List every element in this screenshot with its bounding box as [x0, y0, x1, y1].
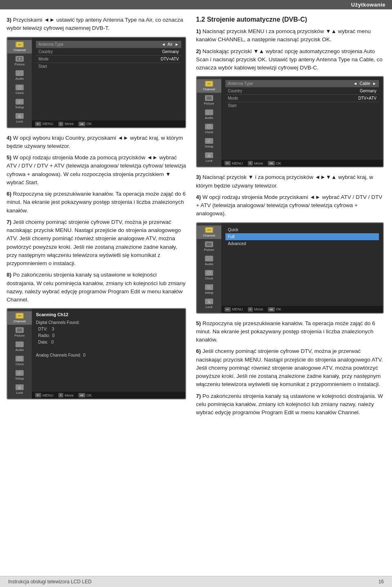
sidebar-label-lock-3: Lock	[16, 391, 23, 395]
tv-bottom-4: ↩ MENU + Move ok OK	[221, 306, 383, 313]
svg-text:♪: ♪	[18, 343, 20, 346]
tv-main-2: Antenna Type ◄ Cable ► Country Germany M…	[221, 77, 383, 160]
svg-rect-31	[208, 301, 210, 303]
sidebar-lock-3: Lock	[7, 383, 32, 396]
sidebar-audio-4: ♪ Audio	[197, 254, 221, 268]
page-footer: Instrukcja obsługi telewizora LCD LED 16	[0, 576, 392, 587]
section-title: 1.2 Strojenie automatyczne (DVB-C)	[196, 16, 384, 23]
channel-icon-2	[205, 81, 213, 87]
tv-bottom-3: ↩ MENU + Move ok OK	[32, 392, 185, 399]
clock-icon-3	[16, 356, 24, 362]
sidebar-label-channel-1: Channel	[13, 48, 26, 52]
picture-icon-3	[16, 327, 24, 333]
svg-text:⚙: ⚙	[207, 139, 210, 143]
right-item-4: 4) W opcji rodzaju strojenia Mode przyci…	[196, 193, 384, 218]
sidebar-picture-3: Picture	[7, 326, 32, 339]
sidebar-channel-2: Channel	[197, 79, 221, 93]
tv-row-start-1: Start	[36, 63, 181, 70]
sidebar-label-audio-1: Audio	[16, 77, 24, 80]
audio-icon-2: ♪	[205, 109, 213, 115]
tv-scan-3: Scanning Ch12 Digital Channels Found: DT…	[32, 309, 185, 392]
right-item-3: 3) Nacisnąć przycisk ▼ i za pomocą przyc…	[196, 173, 384, 190]
clock-icon-2	[205, 124, 213, 129]
option-advanced: Advanced	[225, 240, 379, 247]
tv-sidebar-1: Channel Picture ♪ Audio	[7, 38, 32, 127]
setup-icon-4: ⚙	[205, 284, 213, 290]
audio-icon-4: ♪	[205, 256, 213, 261]
picture-icon-4	[205, 241, 213, 247]
svg-rect-18	[207, 82, 212, 85]
sidebar-setup-3: ⚙ Setup	[7, 368, 32, 382]
clock-icon-1	[16, 85, 24, 90]
option-quick: Quick	[225, 226, 379, 233]
sidebar-lock-4: Lock	[197, 297, 221, 310]
setup-icon-2: ⚙	[205, 138, 213, 144]
svg-rect-26	[207, 243, 212, 246]
sidebar-label-clock-4: Clock	[205, 277, 213, 280]
svg-rect-25	[207, 228, 212, 232]
picture-icon-2	[205, 95, 213, 101]
tv-bottom-1: ↩ MENU + Move ok OK	[32, 121, 185, 127]
sidebar-lock-1: Lock	[7, 112, 32, 125]
svg-rect-24	[208, 155, 210, 157]
sidebar-picture-2: Picture	[197, 94, 221, 107]
tv-row-mode-1: Mode DTV+ATV	[36, 56, 181, 63]
left-item-6: 6) Rozpoczyna się przeszukiwanie kanałów…	[7, 190, 186, 215]
svg-rect-0	[17, 43, 22, 46]
sidebar-label-audio-2: Audio	[205, 116, 213, 120]
sidebar-lock-2: Lock	[197, 151, 221, 164]
svg-point-4	[19, 58, 20, 60]
svg-rect-19	[207, 96, 212, 100]
main-content: 3) Przyciskami ◄► ustawić typ anteny Ant…	[0, 9, 392, 436]
svg-rect-12	[17, 328, 22, 332]
setup-icon-1: ⚙	[16, 99, 24, 105]
sidebar-label-picture-1: Picture	[15, 62, 25, 66]
svg-rect-17	[18, 387, 21, 389]
sidebar-label-setup-1: Setup	[16, 105, 24, 109]
tv-screen-2: Channel Picture ♪ Audio	[196, 76, 384, 167]
sidebar-clock-4: Clock	[197, 268, 221, 282]
sidebar-setup-2: ⚙ Setup	[197, 136, 221, 150]
tv-screen-4: Channel Picture ♪ Audio	[196, 222, 384, 314]
footer-right: 16	[379, 579, 384, 585]
right-column: 1.2 Strojenie automatyczne (DVB-C) 1) Na…	[196, 16, 384, 420]
sidebar-label-setup-3: Setup	[16, 377, 24, 380]
tv-screen-3: Channel Picture ♪ Audio	[7, 308, 186, 400]
left-column: 3) Przyciskami ◄► ustawić typ anteny Ant…	[7, 16, 186, 420]
svg-text:⚙: ⚙	[18, 371, 21, 375]
sidebar-setup-1: ⚙ Setup	[7, 97, 32, 111]
tv-screen-1: Channel Picture ♪ Audio	[7, 37, 186, 128]
sidebar-clock-2: Clock	[197, 122, 221, 136]
header-title: Użytkowanie	[351, 2, 385, 8]
tv-row-start-2: Start	[225, 102, 379, 109]
sidebar-label-lock-1: Lock	[16, 120, 23, 123]
sidebar-audio-1: ♪ Audio	[7, 69, 32, 82]
page-header: Użytkowanie	[0, 0, 392, 9]
right-item-7: 7) Po zakończeniu strojenia kanały są us…	[196, 392, 384, 417]
picture-icon-1	[16, 56, 24, 62]
option-full: Full	[225, 233, 379, 240]
right-item-2: 2) Naciskając przyciski ▼▲ wybrać opcję …	[196, 47, 384, 72]
sidebar-label-picture-4: Picture	[204, 248, 214, 252]
tv-bottom-2: ↩ MENU + Move ok OK	[221, 160, 383, 167]
setup-icon-3: ⚙	[16, 370, 24, 376]
sidebar-label-lock-2: Lock	[206, 159, 213, 163]
sidebar-channel-1: Channel	[7, 40, 32, 54]
svg-line-1	[18, 42, 19, 43]
tv-main-4: Quick Full Advanced	[221, 223, 383, 306]
sidebar-label-setup-4: Setup	[205, 291, 214, 295]
left-item-3: 3) Przyciskami ◄► ustawić typ anteny Ant…	[7, 16, 186, 33]
sidebar-label-lock-4: Lock	[206, 305, 213, 309]
svg-text:⚙: ⚙	[207, 286, 210, 289]
sidebar-clock-1: Clock	[7, 83, 32, 96]
scan-info-3: Digital Channels Found: DTV: 3 Radio: 0 …	[36, 319, 181, 359]
svg-text:♪: ♪	[207, 111, 209, 114]
channel-icon-3	[16, 313, 24, 319]
sidebar-label-clock-1: Clock	[16, 91, 24, 95]
lock-icon-1	[16, 113, 24, 119]
left-item-7: 7) Jeśli chcemy pominąć strojenie cyfrow…	[7, 218, 186, 268]
audio-icon-1: ♪	[16, 70, 24, 76]
sidebar-label-audio-3: Audio	[16, 348, 24, 352]
tv-row-antenna-1: Antenna Type ◄ Air ►	[36, 41, 181, 48]
sidebar-audio-3: ♪ Audio	[7, 340, 32, 353]
